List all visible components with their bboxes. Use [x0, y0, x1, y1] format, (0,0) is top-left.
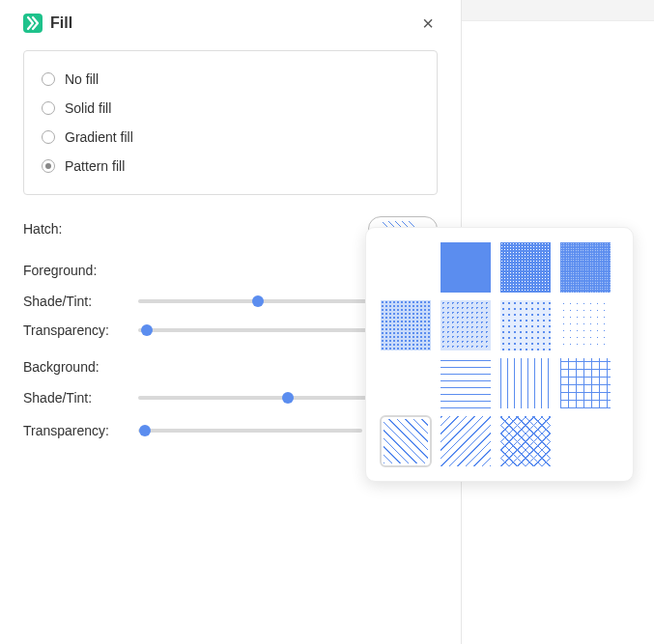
slider-thumb[interactable] [141, 324, 153, 336]
radio-label: Gradient fill [65, 129, 133, 145]
pattern-popup [365, 227, 634, 482]
close-icon[interactable]: × [418, 10, 438, 37]
pattern-swatch-solid[interactable] [440, 241, 492, 294]
slider-thumb[interactable] [282, 392, 294, 404]
bg-transparency-slider[interactable] [138, 429, 362, 433]
slider-thumb[interactable] [139, 425, 151, 436]
radio-no-fill[interactable]: No fill [42, 65, 419, 94]
pattern-swatch-diagonal-left[interactable] [440, 415, 492, 467]
background-bar [462, 0, 654, 21]
radio-label: No fill [65, 71, 99, 87]
pattern-swatch-med-dots-2[interactable] [440, 299, 492, 351]
pattern-swatch-vertical-lines[interactable] [499, 357, 552, 409]
pattern-swatch-fine-dots[interactable] [559, 241, 611, 294]
pattern-swatch-dense-dots[interactable] [499, 241, 552, 294]
radio-label: Solid fill [65, 100, 111, 116]
panel-title: Fill [50, 14, 418, 32]
radio-gradient-fill[interactable]: Gradient fill [42, 123, 419, 152]
fg-transparency-label: Transparency: [23, 322, 138, 338]
bg-shade-label: Shade/Tint: [23, 390, 138, 406]
pattern-swatch-blank[interactable] [380, 241, 432, 294]
radio-icon [42, 72, 55, 86]
radio-label: Pattern fill [65, 158, 125, 174]
radio-solid-fill[interactable]: Solid fill [42, 94, 419, 123]
pattern-swatch-horizontal-lines[interactable] [440, 357, 492, 409]
radio-pattern-fill[interactable]: Pattern fill [42, 152, 419, 181]
hatch-label: Hatch: [23, 221, 138, 237]
pattern-swatch-med-dots-1[interactable] [380, 299, 432, 351]
pattern-swatch-sparse-dots[interactable] [559, 299, 611, 351]
radio-icon [42, 101, 55, 115]
pattern-swatch-med-dots-3[interactable] [499, 299, 552, 351]
radio-icon [42, 159, 55, 173]
radio-icon [42, 130, 55, 144]
app-icon [23, 14, 43, 33]
pattern-swatch-grid[interactable] [559, 357, 611, 409]
pattern-swatch-tiny-dots[interactable] [380, 357, 432, 409]
pattern-swatch-crosshatch[interactable] [499, 415, 552, 467]
bg-transparency-label: Transparency: [23, 423, 138, 438]
fg-shade-label: Shade/Tint: [23, 294, 138, 309]
slider-thumb[interactable] [252, 295, 264, 307]
fill-mode-group: No fill Solid fill Gradient fill Pattern… [23, 50, 438, 195]
pattern-swatch-diagonal-right[interactable] [380, 415, 432, 467]
